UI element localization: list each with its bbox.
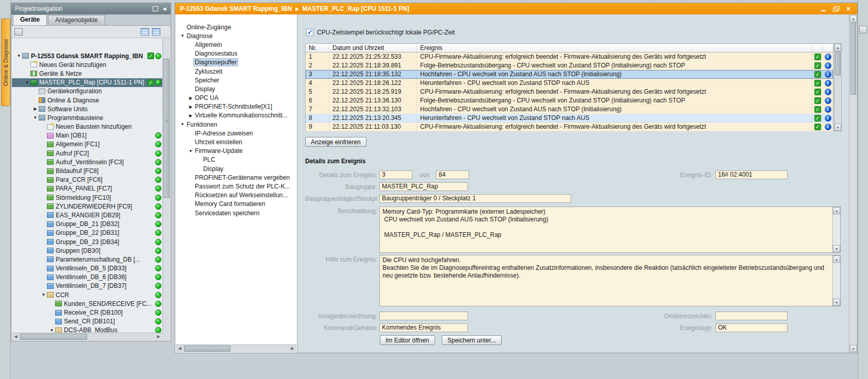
scroll-down-icon[interactable] xyxy=(850,345,857,352)
event-info-icon[interactable] xyxy=(825,71,831,78)
freeze-display-button[interactable]: Anzeige einfrieren xyxy=(305,137,366,147)
project-tree-item[interactable]: Software Units xyxy=(12,105,162,113)
project-tree-item[interactable]: PARA_PANEL [FC7] xyxy=(12,184,162,193)
scrollbar-thumb[interactable] xyxy=(850,23,856,95)
project-tree-item[interactable]: Gruppe_DB_22 [DB31] xyxy=(12,229,162,237)
project-tree-item[interactable]: Bildaufruf [FC8] xyxy=(12,166,162,175)
scroll-right-icon[interactable]: ▶ xyxy=(289,345,296,352)
project-tree-item[interactable]: MASTER_PLC_Rap [CPU 1511-1 PN] xyxy=(12,78,162,87)
diagnostic-buffer-row[interactable]: 222.12.2025 21:18:39.891Folge-Betriebszu… xyxy=(306,61,833,70)
diag-nav-item[interactable]: Diagnose xyxy=(175,31,297,40)
collapse-arrow-icon[interactable] xyxy=(32,113,39,122)
diag-nav-item[interactable]: Display xyxy=(175,164,297,173)
module-field[interactable]: MASTER_PLC_Rap xyxy=(379,182,468,191)
scroll-down-icon[interactable] xyxy=(834,124,841,131)
description-box[interactable]: Memory Card-Typ: Programmkarte (externer… xyxy=(379,206,841,253)
project-tree-item[interactable]: Ventilinseln_DB_7 [DB37] xyxy=(12,282,162,290)
plant-designation-field[interactable] xyxy=(379,312,468,320)
tab-geraete[interactable]: Geräte xyxy=(13,14,47,25)
project-tree-item[interactable]: Gruppen [DB30] xyxy=(12,246,162,255)
save-as-button[interactable]: Speichern unter... xyxy=(442,335,502,345)
diag-nav-item[interactable]: IP-Adresse zuweisen xyxy=(175,129,297,137)
project-tree-item[interactable]: Störmeldung [FC10] xyxy=(12,193,162,202)
collapse-arrow-icon[interactable] xyxy=(40,290,47,299)
scroll-up-icon[interactable] xyxy=(833,255,840,263)
project-tree-item[interactable]: Aufruf_Ventilinseln [FC3] xyxy=(12,158,162,166)
diag-nav-item[interactable]: PLC xyxy=(175,156,297,164)
collapse-arrow-icon[interactable] xyxy=(15,51,22,60)
project-tree-item[interactable]: Geräte & Netze xyxy=(12,69,162,78)
diagnostic-buffer-row[interactable]: 322.12.2025 21:18:35.132Hochfahren - CPU… xyxy=(306,70,833,79)
scroll-up-icon[interactable] xyxy=(833,207,840,214)
open-in-editor-button[interactable]: Im Editor öffnen xyxy=(380,335,435,345)
expand-arrow-icon[interactable] xyxy=(188,94,194,102)
event-info-icon[interactable] xyxy=(825,62,831,69)
collapse-arrow-icon[interactable] xyxy=(48,326,55,333)
project-tree-item[interactable]: Allgemein [FC1] xyxy=(12,140,162,149)
diag-nav-item[interactable]: Allgemein xyxy=(175,40,297,49)
event-info-icon[interactable] xyxy=(825,124,831,130)
project-tree-horizontal-scrollbar[interactable]: ◀ ▶ xyxy=(12,333,162,340)
event-info-icon[interactable] xyxy=(825,89,831,95)
expand-arrow-icon[interactable] xyxy=(188,102,194,111)
scrollbar-thum b[interactable] xyxy=(163,59,170,198)
diag-nav-item[interactable]: Uhrzeit einstellen xyxy=(175,137,297,146)
project-tree-item[interactable]: Send_CR [DB101] xyxy=(12,317,162,326)
project-tree-item[interactable]: Kunden_SEND/RECEIVE [FC... xyxy=(12,299,162,308)
collapse-panel-icon[interactable]: ◀ xyxy=(161,6,168,12)
diag-nav-item[interactable]: Speicher xyxy=(175,76,297,84)
diag-nav-item[interactable]: Memory Card formatieren xyxy=(175,200,297,209)
project-tree-item[interactable]: Ventilinseln_DB_6 [DB36] xyxy=(12,273,162,282)
diag-nav-item[interactable]: Diagnosestatus xyxy=(175,49,297,58)
table-vertical-scrollbar[interactable] xyxy=(834,43,842,131)
list-view-icon[interactable] xyxy=(152,28,160,36)
column-header-event[interactable]: Ereignis xyxy=(417,44,812,52)
project-tree-item[interactable]: Gruppe_DB_21 [DB32] xyxy=(12,220,162,229)
event-info-icon[interactable] xyxy=(825,115,831,122)
diagnostic-buffer-row[interactable]: 122.12.2025 21:25:32.533CPU-Firmware-Akt… xyxy=(306,53,833,61)
breadcrumb-device[interactable]: MASTER_PLC_Rap [CPU 1511-1 PN] xyxy=(303,5,409,12)
scroll-down-icon[interactable] xyxy=(833,245,840,252)
project-tree-vertical-scrollbar[interactable] xyxy=(162,38,170,333)
diagnostic-buffer-row[interactable]: 522.12.2025 21:18:25.919CPU-Firmware-Akt… xyxy=(306,88,833,96)
diag-nav-item[interactable]: Diagnosepuffer xyxy=(175,58,297,67)
project-tree-item[interactable]: Neuen Baustein hinzufügen xyxy=(12,123,162,131)
project-tree-item[interactable]: Programmbausteine xyxy=(12,113,162,122)
diag-nav-item[interactable]: Virtuelle Kommunikationsschnitt... xyxy=(175,111,297,120)
incoming-outgoing-field[interactable]: Kommendes Ereignis xyxy=(379,323,468,332)
device-overview-icon[interactable] xyxy=(14,28,23,36)
diag-nav-item[interactable]: Funktionen xyxy=(175,120,297,129)
project-tree-item[interactable]: Para_CCR [FC6] xyxy=(12,176,162,184)
column-header-datetime[interactable]: Datum und Uhrzeit xyxy=(329,44,417,52)
rack-slot-field[interactable]: Baugruppenträger 0 / Steckplatz 1 xyxy=(379,194,571,203)
float-panel-icon[interactable] xyxy=(152,6,159,12)
collapse-arrow-icon[interactable] xyxy=(188,147,194,156)
event-type-field[interactable]: OK xyxy=(715,323,788,332)
close-window-icon[interactable]: ✕ xyxy=(845,6,852,12)
editor-vertical-scrollbar[interactable] xyxy=(849,14,857,353)
expand-arrow-icon[interactable] xyxy=(188,111,194,120)
expand-arrow-icon[interactable] xyxy=(32,105,39,113)
diag-nav-item[interactable]: Passwort zum Schutz der PLC-K... xyxy=(175,182,297,191)
project-tree-item[interactable]: CCR xyxy=(12,290,162,299)
scroll-down-icon[interactable] xyxy=(833,299,840,306)
project-tree-item[interactable]: Receive_CR [DB100] xyxy=(12,308,162,317)
project-tree-item[interactable]: ZYLINDERWIEDERH [FC9] xyxy=(12,202,162,211)
diagram-view-icon[interactable] xyxy=(141,28,149,36)
scrollbar-thumb[interactable] xyxy=(20,334,87,340)
scroll-up-icon[interactable] xyxy=(834,44,841,51)
scrollbar-thumb[interactable] xyxy=(835,51,841,75)
restore-window-icon[interactable] xyxy=(832,6,840,12)
diagnostics-nav-horizontal-scrollbar[interactable]: ◀ ▶ xyxy=(176,344,296,352)
scroll-up-icon[interactable] xyxy=(850,15,857,22)
diag-nav-item[interactable]: PROFINET-Schnittstelle[X1] xyxy=(175,102,297,111)
diag-nav-item[interactable]: Display xyxy=(175,84,297,93)
scroll-left-icon[interactable]: ◀ xyxy=(176,345,183,352)
column-header-nr[interactable]: Nr. xyxy=(306,44,329,52)
diag-nav-item[interactable]: Online-Zugänge xyxy=(175,23,297,31)
cpu-timestamp-checkbox[interactable] xyxy=(306,29,313,36)
event-id-field[interactable]: 16# 02:4001 xyxy=(715,170,788,179)
detail-total-field[interactable]: 84 xyxy=(436,170,469,179)
collapse-arrow-icon[interactable] xyxy=(179,120,186,129)
diag-nav-item[interactable]: Servicedaten speichern xyxy=(175,209,297,217)
